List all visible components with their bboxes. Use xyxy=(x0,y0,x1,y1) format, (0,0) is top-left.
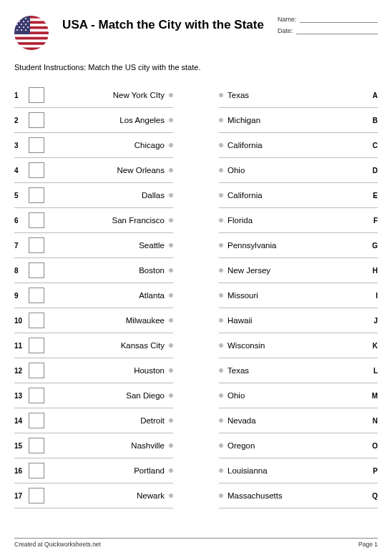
svg-point-18 xyxy=(25,24,26,25)
state-row: CaliforniaC xyxy=(219,133,378,158)
row-number: 11 xyxy=(14,342,29,350)
svg-rect-6 xyxy=(14,37,49,40)
city-row: 17Newark xyxy=(14,483,173,509)
answer-box[interactable] xyxy=(29,288,44,303)
match-dot-icon xyxy=(169,368,173,373)
state-label: California xyxy=(223,141,363,149)
state-label: Massachusetts xyxy=(223,491,363,500)
state-row: LouisiannaP xyxy=(219,458,378,483)
match-dot-icon xyxy=(169,193,173,197)
match-dot-icon xyxy=(169,293,173,298)
answer-box[interactable] xyxy=(29,313,44,328)
city-row: 6San Francisco xyxy=(14,208,173,233)
row-number: 8 xyxy=(14,267,29,275)
footer-credit: Created at Quickworksheets.net xyxy=(14,541,101,548)
svg-point-20 xyxy=(23,26,24,28)
svg-point-22 xyxy=(16,29,18,31)
city-row: 2Los Angeles xyxy=(14,108,173,133)
state-row: OregonO xyxy=(219,433,378,458)
match-dot-icon xyxy=(169,443,173,448)
state-label: California xyxy=(223,191,363,200)
city-row: 14Detroit xyxy=(14,408,173,433)
answer-box[interactable] xyxy=(29,388,44,403)
city-row: 15Nashville xyxy=(14,433,173,458)
svg-point-23 xyxy=(21,29,22,31)
state-row: OhioM xyxy=(219,383,378,408)
row-letter: J xyxy=(363,317,378,325)
date-field[interactable] xyxy=(296,27,378,34)
match-dot-icon xyxy=(169,143,173,147)
match-dot-icon xyxy=(169,393,173,398)
answer-box[interactable] xyxy=(29,262,44,278)
city-label: Portland xyxy=(50,466,169,475)
row-number: 9 xyxy=(14,292,29,300)
row-number: 13 xyxy=(14,392,29,400)
match-dot-icon xyxy=(169,418,173,423)
answer-box[interactable] xyxy=(29,463,44,478)
city-row: 7Seattle xyxy=(14,233,173,258)
city-label: Houston xyxy=(50,366,169,375)
svg-point-11 xyxy=(21,18,22,19)
svg-point-24 xyxy=(25,29,26,31)
city-row: 11Kansas City xyxy=(14,333,173,358)
match-dot-icon xyxy=(169,118,173,122)
svg-rect-8 xyxy=(14,47,49,50)
city-row: 8Boston xyxy=(14,258,173,283)
row-letter: H xyxy=(363,267,378,275)
state-row: MichiganB xyxy=(219,108,378,133)
match-dot-icon xyxy=(169,318,173,323)
name-field[interactable] xyxy=(300,16,378,23)
row-letter: B xyxy=(363,117,378,124)
answer-box[interactable] xyxy=(29,212,44,228)
answer-box[interactable] xyxy=(29,137,44,153)
answer-box[interactable] xyxy=(29,87,44,103)
answer-box[interactable] xyxy=(29,237,44,253)
answer-box[interactable] xyxy=(29,162,44,178)
city-label: Newark xyxy=(50,491,169,500)
row-letter: L xyxy=(363,367,378,375)
city-row: 10Milwaukee xyxy=(14,308,173,333)
row-number: 5 xyxy=(14,192,29,200)
answer-box[interactable] xyxy=(29,413,44,428)
row-letter: D xyxy=(363,167,378,175)
state-label: Michigan xyxy=(223,116,363,124)
row-number: 4 xyxy=(14,167,29,175)
states-column: TexasAMichiganBCaliforniaCOhioDCaliforni… xyxy=(219,83,378,509)
city-row: 5Dallas xyxy=(14,183,173,208)
state-row: FloridaF xyxy=(219,208,378,233)
answer-box[interactable] xyxy=(29,438,44,453)
row-number: 2 xyxy=(14,117,29,124)
answer-box[interactable] xyxy=(29,488,44,504)
city-row: 12Houston xyxy=(14,358,173,383)
svg-point-10 xyxy=(16,18,18,19)
match-dot-icon xyxy=(169,468,173,473)
state-label: New Jersey xyxy=(223,266,363,275)
city-row: 3Chicago xyxy=(14,133,173,158)
row-letter: G xyxy=(363,242,378,250)
answer-box[interactable] xyxy=(29,363,44,378)
city-label: New York CIty xyxy=(50,91,169,99)
state-row: TexasL xyxy=(219,358,378,383)
svg-point-13 xyxy=(19,21,20,22)
row-letter: K xyxy=(363,342,378,350)
state-row: NevadaN xyxy=(219,408,378,433)
row-number: 12 xyxy=(14,367,29,375)
city-row: 9Atlanta xyxy=(14,283,173,308)
row-letter: A xyxy=(363,92,378,99)
match-dot-icon xyxy=(169,218,173,222)
state-row: PennsylvaniaG xyxy=(219,233,378,258)
state-row: OhioD xyxy=(219,158,378,183)
answer-box[interactable] xyxy=(29,187,44,203)
row-number: 14 xyxy=(14,417,29,425)
city-row: 4New Orleans xyxy=(14,158,173,183)
state-row: MassachusettsQ xyxy=(219,483,378,509)
city-label: Kansas City xyxy=(50,341,169,350)
state-row: New JerseyH xyxy=(219,258,378,283)
city-label: Chicago xyxy=(50,141,169,149)
answer-box[interactable] xyxy=(29,112,44,128)
page-title: USA - Match the City with the State xyxy=(57,17,269,32)
answer-box[interactable] xyxy=(29,338,44,353)
state-label: Louisianna xyxy=(223,466,363,475)
svg-rect-2 xyxy=(14,16,49,19)
row-number: 10 xyxy=(14,317,29,325)
